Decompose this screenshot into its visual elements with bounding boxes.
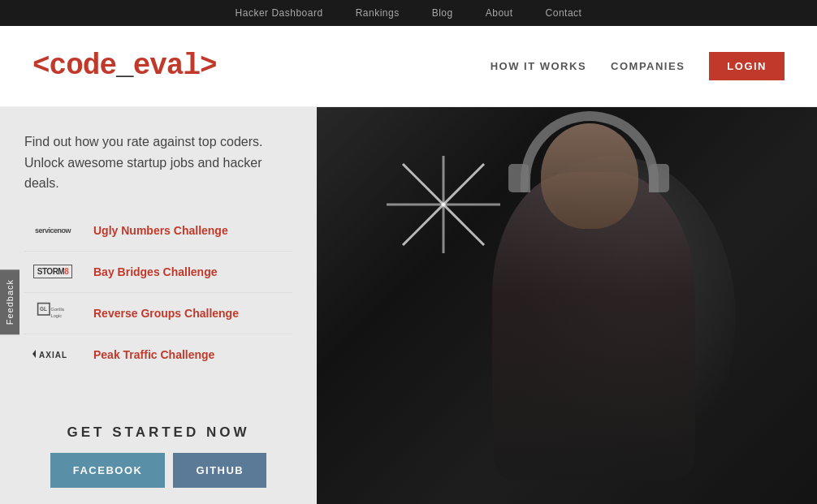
github-button[interactable]: GITHUB: [173, 453, 266, 488]
svg-text:AXIAL: AXIAL: [39, 351, 67, 360]
challenge-item: servicenow Ugly Numbers Challenge: [24, 210, 292, 252]
topnav-blog[interactable]: Blog: [432, 7, 453, 19]
login-button[interactable]: LOGIN: [709, 52, 785, 80]
cta-title: GET STARTED NOW: [24, 424, 292, 441]
cta-buttons: FACEBOOK GITHUB: [24, 453, 292, 488]
challenge-item: GL Gorilla Logic Reverse Groups Challeng…: [24, 293, 292, 334]
top-nav: Hacker Dashboard Rankings Blog About Con…: [0, 0, 817, 26]
company-logo-storm8: STORM8: [24, 260, 81, 284]
headphone-cup-right: [649, 164, 669, 192]
hero-section: Feedback Find out how you rate against t…: [0, 107, 817, 504]
challenge-item: STORM8 Bay Bridges Challenge: [24, 252, 292, 293]
facebook-button[interactable]: FACEBOOK: [50, 453, 166, 488]
company-logo-gorilla-logic: GL Gorilla Logic: [24, 301, 81, 325]
site-logo[interactable]: <code_eval>: [32, 50, 217, 83]
topnav-contact[interactable]: Contact: [546, 7, 582, 19]
hero-tagline: Find out how you rate against top coders…: [24, 131, 292, 194]
svg-text:Gorilla: Gorilla: [51, 307, 65, 312]
svg-text:GL: GL: [40, 306, 47, 312]
how-it-works-link[interactable]: HOW IT WORKS: [491, 60, 586, 72]
cta-section: GET STARTED NOW FACEBOOK GITHUB: [24, 412, 292, 488]
challenge-name-bay-bridges[interactable]: Bay Bridges Challenge: [93, 265, 218, 278]
feedback-tab[interactable]: Feedback: [0, 269, 19, 334]
svg-text:Logic: Logic: [51, 313, 63, 318]
company-logo-servicenow: servicenow: [24, 218, 81, 243]
company-logo-axial: AXIAL: [24, 342, 81, 367]
challenge-name-reverse-groups[interactable]: Reverse Groups Challenge: [93, 307, 239, 320]
axial-logo-icon: AXIAL: [28, 344, 77, 364]
gorilla-logic-icon: GL Gorilla Logic: [37, 302, 69, 325]
challenge-name-peak-traffic[interactable]: Peak Traffic Challenge: [93, 348, 214, 361]
header-nav: HOW IT WORKS COMPANIES LOGIN: [491, 52, 785, 80]
topnav-rankings[interactable]: Rankings: [356, 7, 400, 19]
svg-marker-8: [32, 350, 36, 358]
arrow-decoration: [338, 156, 581, 302]
challenge-list: servicenow Ugly Numbers Challenge STORM8…: [24, 210, 292, 412]
hero-left-panel: Find out how you rate against top coders…: [0, 107, 317, 504]
main-header: <code_eval> HOW IT WORKS COMPANIES LOGIN: [0, 26, 817, 107]
challenge-item: AXIAL Peak Traffic Challenge: [24, 334, 292, 375]
challenge-name-ugly-numbers[interactable]: Ugly Numbers Challenge: [93, 224, 228, 237]
topnav-about[interactable]: About: [486, 7, 513, 19]
companies-link[interactable]: COMPANIES: [611, 60, 685, 72]
hero-background: [313, 107, 817, 504]
topnav-hacker-dashboard[interactable]: Hacker Dashboard: [236, 7, 323, 19]
